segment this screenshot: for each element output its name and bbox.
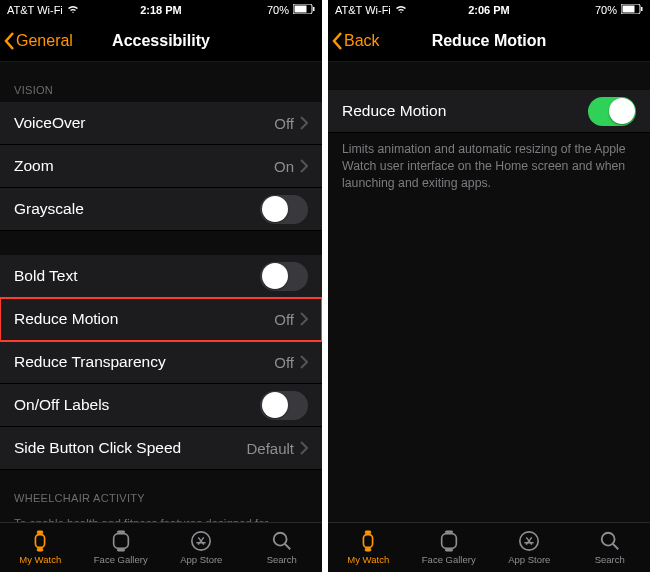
svg-rect-16 <box>366 531 372 534</box>
tab-face-gallery[interactable]: Face Gallery <box>81 523 162 572</box>
tab-search[interactable]: Search <box>242 523 323 572</box>
accessibility-screen: AT&T Wi-Fi 2:18 PM 70% General Accessibi… <box>0 0 322 572</box>
group-header-wheelchair: WHEELCHAIR ACTIVITY <box>0 470 322 510</box>
row-label: Zoom <box>14 157 54 175</box>
svg-rect-18 <box>441 534 456 549</box>
tab-label: App Store <box>180 554 222 565</box>
reduce-motion-screen: AT&T Wi-Fi 2:06 PM 70% Back Reduce Motio… <box>328 0 650 572</box>
tab-search[interactable]: Search <box>570 523 651 572</box>
group-gap <box>328 62 650 90</box>
tab-label: My Watch <box>19 554 61 565</box>
row-reduce-motion-toggle[interactable]: Reduce Motion <box>328 90 650 133</box>
group-header-vision: VISION <box>0 62 322 102</box>
svg-rect-3 <box>36 535 45 548</box>
svg-rect-15 <box>364 535 373 548</box>
chevron-right-icon <box>300 312 308 326</box>
svg-point-22 <box>602 533 615 546</box>
svg-rect-4 <box>38 531 44 534</box>
row-label: On/Off Labels <box>14 396 109 414</box>
tab-label: Search <box>267 554 297 565</box>
row-reduce-motion[interactable]: Reduce Motion Off <box>0 298 322 341</box>
row-zoom[interactable]: Zoom On <box>0 145 322 188</box>
toggle-reduce-motion[interactable] <box>588 97 636 126</box>
face-gallery-icon <box>437 530 461 552</box>
row-side-button-speed[interactable]: Side Button Click Speed Default <box>0 427 322 470</box>
tab-label: My Watch <box>347 554 389 565</box>
row-value: Default <box>246 440 294 457</box>
row-value: Off <box>274 354 294 371</box>
svg-rect-8 <box>117 549 124 551</box>
row-value: Off <box>274 115 294 132</box>
svg-point-10 <box>274 533 287 546</box>
tab-my-watch[interactable]: My Watch <box>328 523 409 572</box>
watch-icon <box>28 530 52 552</box>
svg-rect-6 <box>113 534 128 549</box>
row-reduce-transparency[interactable]: Reduce Transparency Off <box>0 341 322 384</box>
tab-app-store[interactable]: App Store <box>489 523 570 572</box>
toggle-grayscale[interactable] <box>260 195 308 224</box>
tab-label: App Store <box>508 554 550 565</box>
tab-label: Search <box>595 554 625 565</box>
row-grayscale[interactable]: Grayscale <box>0 188 322 231</box>
row-label: Bold Text <box>14 267 77 285</box>
tab-bar: My Watch Face Gallery App Store Search <box>328 522 650 572</box>
nav-bar: General Accessibility <box>0 20 322 62</box>
tab-label: Face Gallery <box>94 554 148 565</box>
row-label: VoiceOver <box>14 114 86 132</box>
row-label: Reduce Motion <box>342 102 446 120</box>
content-scroll[interactable]: VISION VoiceOver Off Zoom On Grayscale B… <box>0 62 322 522</box>
search-icon <box>598 530 622 552</box>
tab-label: Face Gallery <box>422 554 476 565</box>
svg-rect-5 <box>38 548 44 551</box>
row-label: Reduce Transparency <box>14 353 166 371</box>
row-label: Grayscale <box>14 200 84 218</box>
chevron-right-icon <box>300 116 308 130</box>
tab-bar: My Watch Face Gallery App Store Search <box>0 522 322 572</box>
face-gallery-icon <box>109 530 133 552</box>
svg-line-23 <box>613 544 619 550</box>
status-bar: AT&T Wi-Fi 2:06 PM 70% <box>328 0 650 20</box>
chevron-right-icon <box>300 355 308 369</box>
toggle-onoff-labels[interactable] <box>260 391 308 420</box>
app-store-icon <box>189 530 213 552</box>
nav-title: Accessibility <box>0 32 322 50</box>
nav-bar: Back Reduce Motion <box>328 20 650 62</box>
row-value: On <box>274 158 294 175</box>
row-onoff-labels[interactable]: On/Off Labels <box>0 384 322 427</box>
tab-app-store[interactable]: App Store <box>161 523 242 572</box>
content-scroll[interactable]: Reduce Motion Limits animation and autom… <box>328 62 650 522</box>
status-time: 2:18 PM <box>0 4 322 16</box>
search-icon <box>270 530 294 552</box>
nav-title: Reduce Motion <box>328 32 650 50</box>
svg-rect-17 <box>366 548 372 551</box>
svg-line-11 <box>285 544 291 550</box>
app-store-icon <box>517 530 541 552</box>
row-bold-text[interactable]: Bold Text <box>0 255 322 298</box>
tab-my-watch[interactable]: My Watch <box>0 523 81 572</box>
group-footer-wheelchair: To enable health and fitness features de… <box>0 510 322 522</box>
reduce-motion-description: Limits animation and automatic resizing … <box>328 133 650 201</box>
row-value: Off <box>274 311 294 328</box>
toggle-bold-text[interactable] <box>260 262 308 291</box>
svg-rect-7 <box>117 531 124 533</box>
svg-rect-19 <box>445 531 452 533</box>
row-label: Reduce Motion <box>14 310 118 328</box>
status-time: 2:06 PM <box>328 4 650 16</box>
chevron-right-icon <box>300 159 308 173</box>
row-voiceover[interactable]: VoiceOver Off <box>0 102 322 145</box>
status-bar: AT&T Wi-Fi 2:18 PM 70% <box>0 0 322 20</box>
group-gap <box>0 231 322 255</box>
chevron-right-icon <box>300 441 308 455</box>
tab-face-gallery[interactable]: Face Gallery <box>409 523 490 572</box>
row-label: Side Button Click Speed <box>14 439 181 457</box>
watch-icon <box>356 530 380 552</box>
svg-rect-20 <box>445 549 452 551</box>
